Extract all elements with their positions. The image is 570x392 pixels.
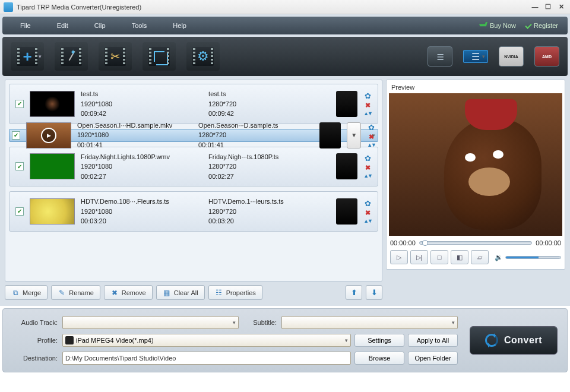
row-reorder-icon[interactable]: ▲▼: [367, 142, 375, 148]
menu-tools[interactable]: Tools: [119, 20, 160, 31]
destination-input[interactable]: D:\My Documents\Tipard Studio\Video: [62, 352, 351, 365]
menu-clip[interactable]: Clip: [81, 20, 119, 31]
row-actions: ✿✖▲▼: [363, 199, 372, 224]
file-source-name: test.ts: [81, 89, 202, 99]
browse-button[interactable]: Browse: [354, 352, 404, 365]
seek-slider[interactable]: [419, 241, 532, 245]
remove-button[interactable]: ✖Remove: [104, 285, 153, 300]
row-reorder-icon[interactable]: ▲▼: [363, 218, 372, 224]
file-checkbox[interactable]: ✔: [12, 131, 20, 140]
device-icon: [336, 198, 357, 225]
file-checkbox[interactable]: ✔: [15, 207, 24, 216]
toolbar: + ✂ ⚙ ≣ ☰ NVIDIA AMD: [2, 37, 568, 76]
snapshot-folder-button[interactable]: ▱: [471, 250, 489, 264]
file-source-res: 1920*1080: [81, 207, 202, 217]
app-icon: [4, 2, 13, 12]
snapshot-button[interactable]: ◧: [451, 250, 468, 264]
file-source-name: Friday.Night.Lights.1080P.wmv: [81, 152, 202, 162]
file-output-dur: 00:03:20: [208, 216, 330, 226]
row-delete-icon[interactable]: ✖: [369, 133, 374, 141]
convert-button[interactable]: Convert: [470, 326, 558, 355]
file-source-info: HDTV.Demo.108···.Fleurs.ts.ts1920*108000…: [81, 197, 202, 226]
row-settings-icon[interactable]: ✿: [365, 91, 371, 100]
register-link[interactable]: Register: [521, 20, 563, 31]
file-thumbnail: [30, 198, 75, 225]
play-button[interactable]: ▷: [390, 250, 408, 264]
profile-dropdown-button[interactable]: ▼: [347, 122, 361, 148]
file-output-info: Open.Season···D.sample.ts1280*72000:01:4…: [198, 121, 314, 150]
properties-icon: ☷: [215, 289, 223, 297]
clear-icon: ▦: [163, 289, 171, 297]
profile-settings-button[interactable]: Settings: [354, 334, 404, 347]
row-settings-icon[interactable]: ✿: [365, 154, 371, 163]
move-up-button[interactable]: ⬆: [346, 285, 362, 300]
file-source-res: 1920*1080: [81, 162, 202, 172]
apply-to-all-button[interactable]: Apply to All: [408, 334, 458, 347]
file-source-dur: 00:09:42: [81, 109, 202, 119]
file-row[interactable]: ✔Friday.Night.Lights.1080P.wmv1920*10800…: [9, 147, 378, 187]
cart-icon: [479, 22, 487, 29]
row-actions: ✿✖▲▼: [367, 123, 375, 148]
file-output-res: 1280*720: [208, 207, 330, 217]
file-list: ✔test.ts1920*108000:09:42test.ts1280*720…: [5, 80, 382, 282]
pencil-icon: ✎: [58, 289, 66, 297]
row-delete-icon[interactable]: ✖: [365, 102, 370, 109]
stop-button[interactable]: □: [430, 250, 448, 264]
file-checkbox[interactable]: ✔: [15, 162, 24, 170]
close-button[interactable]: ✕: [556, 3, 566, 11]
maximize-button[interactable]: ☐: [543, 3, 553, 11]
menu-file[interactable]: File: [7, 20, 44, 31]
rename-button[interactable]: ✎Rename: [51, 285, 100, 300]
window-title: Tipard TRP Media Converter(Unregistered): [17, 4, 527, 11]
profile-select[interactable]: iPad MPEG4 Video(*.mp4): [62, 334, 351, 347]
destination-label: Destination:: [12, 355, 59, 362]
open-folder-button[interactable]: Open Folder: [408, 352, 458, 365]
audio-track-select[interactable]: [62, 316, 239, 329]
file-source-info: Open.Season.I···HD.sample.mkv1920*108000…: [77, 121, 192, 150]
subtitle-select[interactable]: [281, 316, 458, 329]
file-source-info: test.ts1920*108000:09:42: [81, 89, 202, 119]
row-settings-icon[interactable]: ✿: [368, 123, 375, 132]
crop-button[interactable]: [142, 42, 176, 71]
file-row[interactable]: ✔Open.Season.I···HD.sample.mkv1920*10800…: [9, 129, 378, 142]
row-delete-icon[interactable]: ✖: [365, 164, 370, 172]
file-output-res: 1280*720: [208, 99, 330, 109]
properties-button[interactable]: ☷Properties: [208, 285, 262, 300]
preview-panel: Preview 00:00:00 00:00:00 ▷ ▷| □ ◧ ▱: [386, 80, 565, 270]
file-row[interactable]: ✔HDTV.Demo.108···.Fleurs.ts.ts1920*10800…: [9, 191, 378, 232]
move-down-button[interactable]: ⬇: [366, 285, 382, 300]
row-settings-icon[interactable]: ✿: [365, 199, 371, 208]
check-icon: [525, 22, 531, 29]
file-source-info: Friday.Night.Lights.1080P.wmv1920*108000…: [81, 152, 202, 182]
effect-button[interactable]: [55, 42, 88, 71]
file-output-name: test.ts: [208, 89, 330, 99]
file-output-info: HDTV.Demo.1···leurs.ts.ts1280*72000:03:2…: [208, 197, 330, 226]
volume-slider[interactable]: [505, 256, 561, 259]
clear-all-button[interactable]: ▦Clear All: [156, 285, 205, 300]
time-bar: 00:00:00 00:00:00: [389, 236, 562, 250]
file-source-res: 1920*1080: [77, 130, 192, 140]
view-list-button[interactable]: ≣: [428, 46, 452, 67]
row-reorder-icon[interactable]: ▲▼: [363, 110, 372, 116]
list-actions: ⧉Merge ✎Rename ✖Remove ▦Clear All ☷Prope…: [5, 285, 382, 300]
add-file-button[interactable]: +: [11, 42, 44, 71]
buy-now-link[interactable]: Buy Now: [474, 20, 521, 31]
trim-button[interactable]: ✂: [99, 42, 132, 71]
step-button[interactable]: ▷|: [410, 250, 428, 264]
volume-icon[interactable]: 🔉: [495, 254, 503, 261]
menu-edit[interactable]: Edit: [44, 20, 81, 31]
file-source-res: 1920*1080: [81, 99, 202, 109]
row-delete-icon[interactable]: ✖: [365, 209, 370, 217]
settings-button[interactable]: ⚙: [186, 42, 220, 71]
merge-button[interactable]: ⧉Merge: [5, 285, 48, 300]
view-detail-button[interactable]: ☰: [463, 50, 488, 63]
minimize-button[interactable]: —: [530, 3, 540, 11]
file-thumbnail: [26, 122, 71, 148]
file-checkbox[interactable]: ✔: [15, 100, 24, 108]
amd-badge: AMD: [534, 46, 559, 67]
player-controls: ▷ ▷| □ ◧ ▱ 🔉: [389, 250, 562, 267]
file-row[interactable]: ✔test.ts1920*108000:09:42test.ts1280*720…: [9, 84, 378, 124]
file-source-dur: 00:02:27: [81, 172, 202, 182]
row-reorder-icon[interactable]: ▲▼: [363, 173, 372, 179]
menu-help[interactable]: Help: [160, 20, 200, 31]
